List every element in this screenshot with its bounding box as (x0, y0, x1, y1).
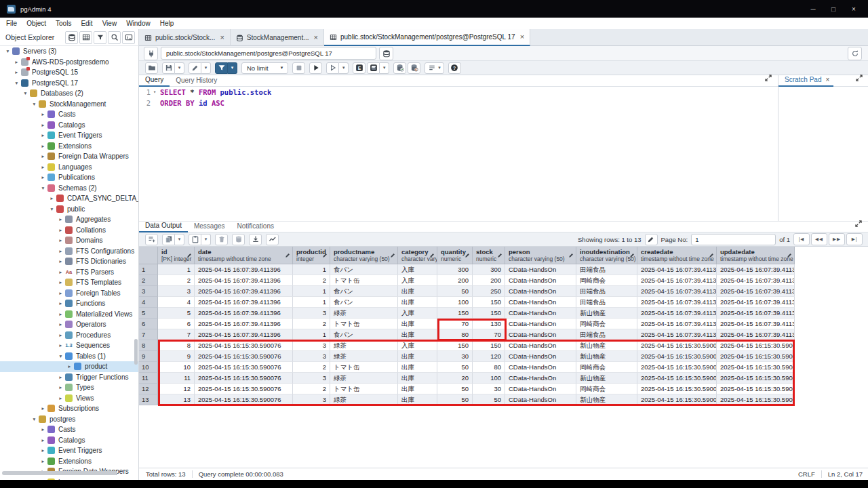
tree-item-public[interactable]: ▾public (0, 204, 138, 215)
cell-inoutdestination[interactable]: 岡崎商会 (576, 319, 637, 329)
tree-item-subscriptions[interactable]: ▸Subscriptions (0, 403, 138, 414)
expand-arrow-icon[interactable]: ▸ (57, 279, 64, 285)
tab-messages[interactable]: Messages (188, 222, 231, 232)
cell-category[interactable]: 出庫 (398, 297, 437, 308)
filter-button-dropdown[interactable]: ▾ (228, 62, 237, 74)
cell-category[interactable]: 入庫 (398, 275, 437, 286)
cell-updatedate[interactable]: 2025-04-15 16:07:39.411396 (717, 319, 795, 329)
column-header-quantity[interactable]: quantitynumeric (437, 247, 473, 264)
sql-editor[interactable]: 1▾SELECT * FROM public.stock2ORDER BY id… (139, 87, 778, 221)
cell-productid[interactable]: 3 (293, 351, 330, 362)
tab-data-output[interactable]: Data Output (139, 222, 188, 232)
tree-item-casts[interactable]: ▸Casts (0, 424, 138, 435)
cell-stock[interactable]: 30 (473, 384, 505, 394)
column-header-stock[interactable]: stocknumeric (473, 247, 505, 264)
cell-productid[interactable]: 2 (293, 275, 330, 286)
prev-page-button[interactable]: ◀◀ (811, 233, 827, 245)
cell-productname[interactable]: トマト缶 (330, 275, 398, 286)
cell-updatedate[interactable]: 2025-04-15 16:15:30.590076 (717, 394, 795, 405)
expand-arrow-icon[interactable]: ▸ (57, 290, 64, 296)
cell-inoutdestination[interactable]: 新山物産 (576, 351, 637, 362)
cell-id[interactable]: 7 (158, 329, 195, 340)
sidebar-vertical-scrollbar[interactable] (134, 339, 138, 365)
expand-arrow-icon[interactable]: ▸ (39, 143, 47, 149)
next-page-button[interactable]: ▶▶ (829, 233, 845, 245)
tree-item-procedures[interactable]: ▸Procedures (0, 330, 138, 341)
expand-arrow-icon[interactable]: ▸ (39, 153, 47, 159)
cell-date[interactable]: 2025-04-15 16:07:39.411396 (195, 329, 293, 340)
fold-arrow-icon[interactable] (151, 98, 159, 108)
edit-range-button[interactable] (645, 234, 658, 245)
column-header-productid[interactable]: productidinteger (293, 247, 330, 264)
cell-productid[interactable]: 3 (293, 394, 330, 405)
cell-quantity[interactable]: 80 (437, 329, 473, 340)
cell-date[interactable]: 2025-04-15 16:07:39.411396 (195, 264, 293, 275)
cell-date[interactable]: 2025-04-15 16:07:39.411396 (195, 275, 293, 286)
execute-button[interactable] (309, 62, 322, 74)
tree-item-event-triggers[interactable]: ▸Event Triggers (0, 130, 138, 141)
add-row-button[interactable] (145, 234, 158, 245)
open-file-button[interactable] (145, 62, 158, 74)
tab-close-icon[interactable]: × (314, 34, 318, 41)
expand-arrow-icon[interactable]: ▸ (57, 332, 64, 338)
cell-category[interactable]: 出庫 (398, 351, 437, 362)
column-header-productname[interactable]: productnamecharacter varying (50) (330, 247, 398, 264)
tree-item-fts-dictionaries[interactable]: ▸FTS Dictionaries (0, 256, 138, 267)
cell-productname[interactable]: 緑茶 (330, 351, 398, 362)
cell-inoutdestination[interactable]: 田端食品 (576, 297, 637, 308)
cell-stock[interactable]: 100 (473, 373, 505, 384)
cell-createdate[interactable]: 2025-04-15 16:15:30.590076 (637, 340, 717, 351)
tree-item-aws-rds-postgresdemo[interactable]: ▸AWS-RDS-postgresdemo (0, 57, 138, 68)
cell-productname[interactable]: トマト缶 (330, 319, 398, 329)
tab-notifications[interactable]: Notifications (231, 222, 280, 232)
tab-query[interactable]: Query (139, 76, 170, 87)
expand-arrow-icon[interactable]: ▸ (57, 395, 64, 401)
first-page-button[interactable]: |◀ (793, 233, 810, 245)
cell-productname[interactable]: 食パン (330, 264, 398, 275)
cell-id[interactable]: 3 (158, 286, 195, 297)
cell-id[interactable]: 8 (158, 340, 195, 351)
save-button[interactable] (162, 62, 175, 74)
cell-date[interactable]: 2025-04-15 16:07:39.411396 (195, 297, 293, 308)
cell-createdate[interactable]: 2025-04-15 16:15:30.590076 (637, 373, 717, 384)
cell-stock[interactable]: 70 (473, 329, 505, 340)
search-button[interactable] (108, 31, 121, 44)
save-data-button[interactable] (232, 234, 245, 245)
cell-person[interactable]: CData-HandsOn (505, 329, 576, 340)
column-header-updatedate[interactable]: updatedatetimestamp without time zone (717, 247, 795, 264)
cell-updatedate[interactable]: 2025-04-15 16:07:39.411396 (717, 275, 795, 286)
limit-select[interactable]: No limit▾ (241, 62, 288, 74)
row-number[interactable]: 9 (139, 351, 158, 362)
cell-date[interactable]: 2025-04-15 16:15:30.590076 (195, 340, 293, 351)
cell-date[interactable]: 2025-04-15 16:15:30.590076 (195, 362, 293, 373)
graph-visualiser-button[interactable] (266, 234, 279, 245)
cell-productname[interactable]: 緑茶 (330, 340, 398, 351)
tree-item-collations[interactable]: ▸Collations (0, 225, 138, 236)
cell-productname[interactable]: トマト缶 (330, 362, 398, 373)
maximize-button[interactable]: □ (823, 5, 844, 13)
cell-person[interactable]: CData-HandsOn (505, 351, 576, 362)
cell-inoutdestination[interactable]: 新山物産 (576, 308, 637, 319)
cell-productid[interactable]: 2 (293, 384, 330, 394)
cell-stock[interactable]: 130 (473, 319, 505, 329)
save-results-to-file-button[interactable] (249, 234, 262, 245)
cell-category[interactable]: 入庫 (398, 308, 437, 319)
tree-item-operators[interactable]: ▸Operators (0, 319, 138, 330)
page-number-input[interactable] (691, 234, 776, 245)
tree-item-product[interactable]: ▸product (0, 361, 138, 372)
cell-quantity[interactable]: 20 (437, 373, 473, 384)
cell-quantity[interactable]: 50 (437, 362, 473, 373)
cell-person[interactable]: CData-HandsOn (505, 264, 576, 275)
tree-item-casts[interactable]: ▸Casts (0, 109, 138, 120)
copy-button-dropdown[interactable]: ▾ (175, 234, 184, 245)
tree-item-functions[interactable]: ▸Functions (0, 298, 138, 309)
explain-button[interactable]: E (353, 62, 366, 74)
cell-category[interactable]: 出庫 (398, 329, 437, 340)
cell-createdate[interactable]: 2025-04-15 16:15:30.590076 (637, 351, 717, 362)
cell-date[interactable]: 2025-04-15 16:15:30.590076 (195, 373, 293, 384)
tree-item-sequences[interactable]: ▸1.3Sequences (0, 340, 138, 351)
cell-updatedate[interactable]: 2025-04-15 16:15:30.590076 (717, 340, 795, 351)
cell-productname[interactable]: 緑茶 (330, 373, 398, 384)
cell-createdate[interactable]: 2025-04-15 16:07:39.411396 (637, 297, 717, 308)
cell-productid[interactable]: 1 (293, 264, 330, 275)
